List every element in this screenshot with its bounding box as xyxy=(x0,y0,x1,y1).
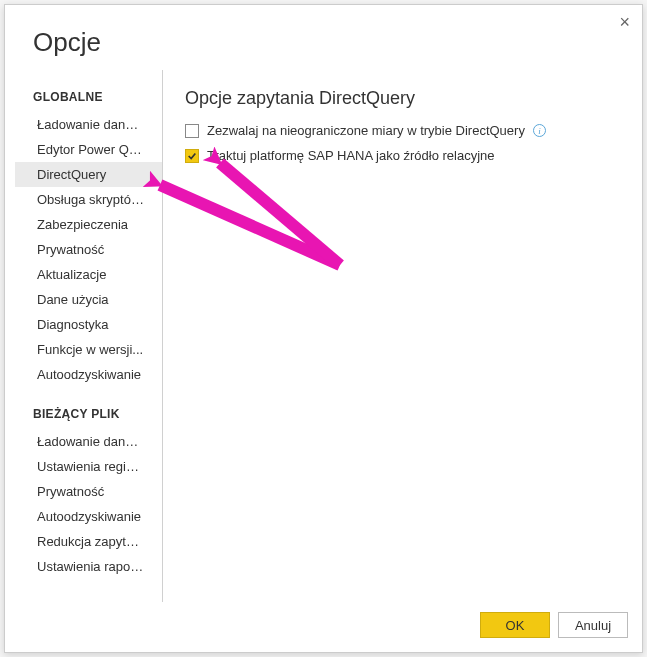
sidebar-item-ustawienia-raportu[interactable]: Ustawienia raportu xyxy=(15,554,162,579)
option-allow-unrestricted-measures[interactable]: Zezwalaj na nieograniczone miary w trybi… xyxy=(185,123,620,138)
sidebar-item-label: Dane użycia xyxy=(37,292,109,307)
sidebar-item-label: Funkcje w wersji... xyxy=(37,342,143,357)
sidebar-item-ustawienia-regionalne[interactable]: Ustawienia regionalne xyxy=(15,454,162,479)
sidebar-item-redukcja-zapytania[interactable]: Redukcja zapytania xyxy=(15,529,162,554)
dialog-footer: OK Anuluj xyxy=(5,602,642,652)
sidebar-item-obsluga-skryptow[interactable]: Obsługa skryptów... xyxy=(15,187,162,212)
option-label: Zezwalaj na nieograniczone miary w trybi… xyxy=(207,123,525,138)
sidebar-item-label: Prywatność xyxy=(37,484,104,499)
content-pane: Opcje zapytania DirectQuery Zezwalaj na … xyxy=(163,70,642,602)
sidebar-item-label: Redukcja zapytania xyxy=(37,534,150,549)
sidebar-item-label: Ustawienia regionalne xyxy=(37,459,162,474)
sidebar-item-label: Ładowanie danych xyxy=(37,117,145,132)
checkbox-checked-icon xyxy=(185,149,199,163)
close-button[interactable]: × xyxy=(619,13,630,31)
sidebar-item-diagnostyka[interactable]: Diagnostyka xyxy=(15,312,162,337)
options-dialog: × Opcje GLOBALNE Ładowanie danych Edytor… xyxy=(4,4,643,653)
sidebar-item-zabezpieczenia[interactable]: Zabezpieczenia xyxy=(15,212,162,237)
sidebar-item-ladowanie-danych-file[interactable]: Ładowanie danych xyxy=(15,429,162,454)
sidebar-item-label: Ładowanie danych xyxy=(37,434,145,449)
sidebar-item-autoodzyskiwanie-file[interactable]: Autoodzyskiwanie xyxy=(15,504,162,529)
sidebar-item-aktualizacje[interactable]: Aktualizacje xyxy=(15,262,162,287)
content-title: Opcje zapytania DirectQuery xyxy=(185,88,620,109)
option-label: Traktuj platformę SAP HANA jako źródło r… xyxy=(207,148,495,163)
sidebar-item-label: Aktualizacje xyxy=(37,267,106,282)
sidebar-item-label: Autoodzyskiwanie xyxy=(37,367,141,382)
option-treat-sap-hana-relational[interactable]: Traktuj platformę SAP HANA jako źródło r… xyxy=(185,148,620,163)
sidebar-item-autoodzyskiwanie[interactable]: Autoodzyskiwanie xyxy=(15,362,162,387)
checkbox-unchecked-icon xyxy=(185,124,199,138)
info-icon[interactable]: i xyxy=(533,124,546,137)
dialog-title: Opcje xyxy=(5,5,642,70)
sidebar-group-header-current-file: BIEŻĄCY PLIK xyxy=(15,397,162,429)
sidebar-item-label: Diagnostyka xyxy=(37,317,109,332)
sidebar-item-label: Prywatność xyxy=(37,242,104,257)
sidebar-group-header-global: GLOBALNE xyxy=(15,80,162,112)
sidebar: GLOBALNE Ładowanie danych Edytor Power Q… xyxy=(15,70,163,602)
sidebar-item-label: Edytor Power Query xyxy=(37,142,154,157)
ok-button[interactable]: OK xyxy=(480,612,550,638)
sidebar-item-dane-uzycia[interactable]: Dane użycia xyxy=(15,287,162,312)
sidebar-item-label: DirectQuery xyxy=(37,167,106,182)
sidebar-item-label: Ustawienia raportu xyxy=(37,559,145,574)
sidebar-item-ladowanie-danych[interactable]: Ładowanie danych xyxy=(15,112,162,137)
dialog-body: GLOBALNE Ładowanie danych Edytor Power Q… xyxy=(5,70,642,602)
sidebar-item-prywatnosc[interactable]: Prywatność xyxy=(15,237,162,262)
sidebar-item-funkcje-w-wersji[interactable]: Funkcje w wersji... xyxy=(15,337,162,362)
cancel-button[interactable]: Anuluj xyxy=(558,612,628,638)
close-icon: × xyxy=(619,12,630,32)
sidebar-item-label: Zabezpieczenia xyxy=(37,217,128,232)
sidebar-item-label: Autoodzyskiwanie xyxy=(37,509,141,524)
sidebar-item-directquery[interactable]: DirectQuery xyxy=(15,162,162,187)
sidebar-item-label: Obsługa skryptów... xyxy=(37,192,150,207)
sidebar-item-prywatnosc-file[interactable]: Prywatność xyxy=(15,479,162,504)
sidebar-item-edytor-power-query[interactable]: Edytor Power Query xyxy=(15,137,162,162)
